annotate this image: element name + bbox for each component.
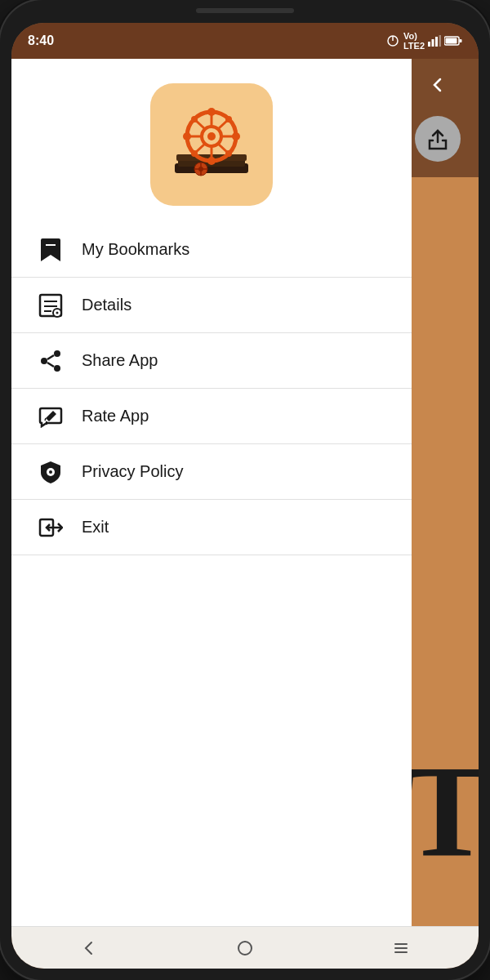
screen-body: My Bookmarks — [11, 59, 479, 926]
right-panel: T — [412, 59, 479, 926]
status-bar: 8:40 Vo)LTE2 — [11, 23, 479, 59]
menu-item-rate[interactable]: Rate App — [11, 389, 412, 444]
svg-point-24 — [207, 157, 216, 165]
svg-rect-2 — [428, 42, 430, 47]
menu-panel: My Bookmarks — [11, 59, 412, 926]
phone-frame: 8:40 Vo)LTE2 — [0, 0, 490, 980]
share-icon — [36, 346, 65, 376]
rate-icon — [36, 402, 65, 431]
svg-rect-3 — [432, 39, 434, 47]
svg-rect-8 — [446, 38, 457, 44]
nav-back-button[interactable] — [69, 928, 109, 969]
menu-item-share[interactable]: Share App — [11, 333, 412, 389]
app-logo-box — [150, 83, 273, 206]
app-logo-svg — [158, 91, 265, 198]
rate-label: Rate App — [82, 407, 149, 425]
svg-rect-7 — [460, 39, 462, 42]
svg-point-44 — [41, 358, 47, 364]
svg-line-45 — [47, 355, 54, 359]
details-icon — [36, 291, 65, 320]
battery-icon — [444, 36, 462, 46]
privacy-icon — [36, 457, 65, 487]
svg-point-25 — [183, 132, 191, 140]
svg-line-46 — [47, 363, 54, 367]
right-letter: T — [412, 746, 479, 877]
svg-point-23 — [207, 108, 216, 116]
svg-point-43 — [54, 365, 60, 372]
phone-screen: 8:40 Vo)LTE2 — [11, 23, 479, 969]
nav-bar — [11, 926, 479, 969]
menu-item-privacy[interactable]: Privacy Policy — [11, 444, 412, 500]
right-content-strip: T — [412, 177, 479, 926]
bookmark-icon — [36, 235, 65, 265]
svg-point-14 — [207, 132, 216, 140]
status-time: 8:40 — [28, 33, 54, 48]
status-icons: Vo)LTE2 — [385, 31, 462, 51]
bookmarks-label: My Bookmarks — [82, 240, 189, 259]
svg-rect-5 — [439, 35, 442, 47]
menu-item-exit[interactable]: Exit — [11, 500, 412, 555]
exit-icon — [36, 513, 65, 542]
svg-rect-4 — [435, 37, 438, 47]
svg-point-29 — [191, 150, 198, 157]
app-logo-area — [11, 59, 412, 222]
svg-point-42 — [54, 350, 60, 357]
privacy-label: Privacy Policy — [82, 462, 183, 481]
svg-rect-53 — [238, 942, 252, 955]
svg-point-28 — [225, 116, 232, 122]
bars-icon — [428, 35, 441, 47]
menu-item-details[interactable]: Details — [11, 278, 412, 333]
share-label: Share App — [82, 351, 158, 370]
exit-label: Exit — [82, 518, 109, 537]
back-button[interactable] — [420, 67, 456, 103]
phone-notch — [196, 8, 294, 13]
svg-point-27 — [191, 116, 198, 122]
nav-home-button[interactable] — [225, 928, 265, 969]
share-fab-button[interactable] — [415, 116, 461, 162]
svg-point-41 — [56, 311, 59, 314]
menu-item-bookmarks[interactable]: My Bookmarks — [11, 222, 412, 278]
menu-list: My Bookmarks — [11, 222, 412, 926]
details-label: Details — [82, 296, 131, 314]
nav-recent-button[interactable] — [381, 928, 421, 969]
svg-point-26 — [232, 132, 240, 140]
network-label: Vo)LTE2 — [403, 31, 425, 51]
svg-point-49 — [49, 470, 52, 474]
svg-line-47 — [45, 418, 46, 421]
signal-icon — [385, 34, 400, 47]
svg-point-30 — [225, 150, 232, 157]
